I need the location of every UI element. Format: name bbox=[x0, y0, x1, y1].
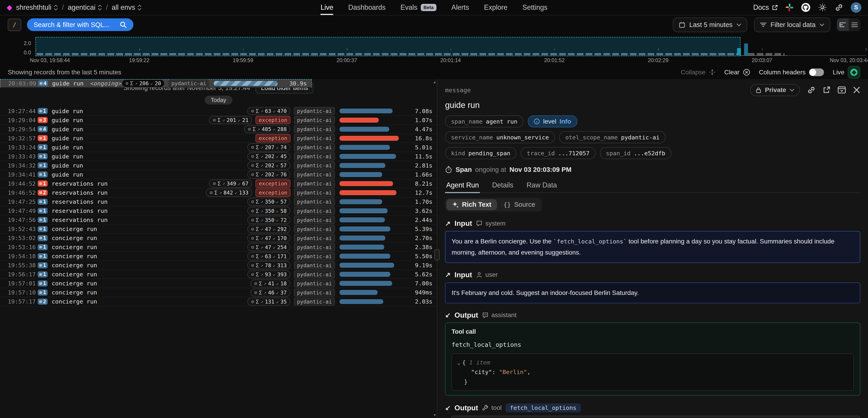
token-usage-pill[interactable]: ⊘Σ ↗207 ↙74 bbox=[247, 143, 290, 151]
column-headers-toggle[interactable] bbox=[809, 68, 824, 76]
token-usage-pill[interactable]: ⊘Σ ↗202 ↙57 bbox=[247, 162, 290, 170]
record-row[interactable]: 19:29:04 ⊞3 guide run ⊘Σ ↗201 ↙21 except… bbox=[0, 116, 437, 125]
scope-pill[interactable]: pydantic-ai bbox=[294, 288, 335, 297]
scope-pill[interactable]: pydantic-ai bbox=[294, 271, 335, 279]
tree-view-button[interactable] bbox=[837, 19, 848, 31]
breadcrumb-item[interactable]: all envs bbox=[112, 3, 142, 11]
record-row[interactable]: 19:57:17 ⊞2 concierge run ⊘Σ ↗131 ↙35 py… bbox=[0, 297, 437, 306]
attribute-pill-kind[interactable]: kindpending_span bbox=[445, 147, 516, 159]
record-row[interactable]: 20:03:09 ⊞4 guide run <ongoing> ⊘Σ ↗206 … bbox=[0, 79, 312, 88]
record-row[interactable]: 19:52:43 ⊞1 concierge run ⊘Σ ↗47 ↙292 py… bbox=[0, 224, 437, 234]
tool-args-json[interactable]: ⌄{ 1 item "city": "Berlin", } bbox=[452, 353, 854, 391]
scope-pill[interactable]: pydantic-ai bbox=[294, 188, 335, 197]
token-usage-pill[interactable]: ⊘Σ ↗350 ↙72 bbox=[247, 216, 290, 224]
user-avatar[interactable]: S bbox=[851, 2, 861, 13]
scope-pill[interactable]: pydantic-ai bbox=[294, 261, 335, 269]
scope-pill[interactable]: pydantic-ai bbox=[294, 179, 335, 188]
record-row[interactable]: 19:44:52 ⊞1 reservations run ⊘Σ ↗349 ↙67… bbox=[0, 179, 437, 188]
breadcrumb-item[interactable]: agenticai bbox=[68, 3, 102, 11]
nav-item-evals[interactable]: EvalsBeta bbox=[401, 0, 436, 15]
nav-item-settings[interactable]: Settings bbox=[522, 0, 547, 15]
tool-name-badge[interactable]: fetch_local_options bbox=[505, 404, 581, 413]
scope-pill[interactable]: pydantic-ai bbox=[294, 125, 335, 133]
link-icon[interactable] bbox=[835, 3, 843, 12]
scope-pill[interactable]: pydantic-ai bbox=[294, 170, 335, 179]
token-usage-pill[interactable]: ⊘Σ ↗63 ↙470 bbox=[247, 107, 290, 115]
record-row[interactable]: 19:47:56 ⊞1 reservations run ⊘Σ ↗350 ↙72… bbox=[0, 216, 437, 224]
search-button[interactable]: Search & filter with SQL... bbox=[27, 19, 133, 31]
token-usage-pill[interactable]: ⊘Σ ↗202 ↙45 bbox=[247, 152, 290, 161]
scope-pill[interactable]: pydantic-ai bbox=[294, 234, 335, 242]
attribute-pill-span_id[interactable]: span_id...e52dfb bbox=[600, 147, 671, 159]
record-row[interactable]: 19:33:43 ⊞1 guide run ⊘Σ ↗202 ↙45 pydant… bbox=[0, 152, 437, 161]
record-row[interactable]: 19:54:18 ⊞1 concierge run ⊘Σ ↗63 ↙171 py… bbox=[0, 252, 437, 261]
scope-pill[interactable]: pydantic-ai bbox=[294, 252, 335, 260]
record-row[interactable]: 19:32:57 ⊞1 guide run exception pydantic… bbox=[0, 134, 437, 143]
record-row[interactable]: 19:34:41 ⊞1 guide run ⊘Σ ↗202 ↙76 pydant… bbox=[0, 170, 437, 179]
exception-pill[interactable]: exception bbox=[255, 116, 290, 124]
list-view-button[interactable] bbox=[849, 19, 860, 31]
scope-pill[interactable]: pydantic-ai bbox=[294, 116, 335, 124]
attribute-pill-span_name[interactable]: span_nameagent run bbox=[445, 115, 523, 128]
scope-pill[interactable]: pydantic-ai bbox=[168, 79, 210, 88]
record-row[interactable]: 19:57:01 ⊞1 concierge run ⊘Σ ↗41 ↙18 pyd… bbox=[0, 279, 437, 288]
record-row[interactable]: 19:46:52 ⊞2 reservations run ⊘Σ ↗842 ↙13… bbox=[0, 188, 437, 198]
record-row[interactable]: 19:55:38 ⊞1 concierge run ⊘Σ ↗78 ↙313 py… bbox=[0, 261, 437, 270]
slack-icon[interactable] bbox=[786, 4, 793, 11]
slash-shortcut-key[interactable]: / bbox=[8, 19, 21, 31]
scope-pill[interactable]: pydantic-ai bbox=[294, 198, 335, 206]
token-usage-pill[interactable]: ⊘Σ ↗206 ↙20 bbox=[122, 79, 165, 88]
histogram-plot-area[interactable] bbox=[35, 37, 866, 56]
github-icon[interactable] bbox=[801, 3, 810, 12]
close-icon[interactable] bbox=[853, 86, 860, 94]
dock-panel-icon[interactable] bbox=[838, 86, 846, 94]
pane-resize-handle[interactable] bbox=[434, 249, 440, 260]
exception-pill[interactable]: exception bbox=[255, 179, 290, 188]
scope-pill[interactable]: pydantic-ai bbox=[294, 279, 335, 288]
filter-dropdown[interactable]: Filter local data bbox=[754, 18, 831, 32]
scroll-up-icon[interactable]: ▲ bbox=[433, 80, 436, 84]
scope-pill[interactable]: pydantic-ai bbox=[294, 216, 335, 224]
scope-pill[interactable]: pydantic-ai bbox=[294, 225, 335, 233]
live-indicator-button[interactable] bbox=[848, 66, 860, 78]
token-usage-pill[interactable]: ⊘Σ ↗350 ↙58 bbox=[247, 207, 290, 215]
token-usage-pill[interactable]: ⊘Σ ↗63 ↙171 bbox=[247, 252, 290, 260]
time-range-dropdown[interactable]: Last 5 minutes bbox=[673, 18, 747, 32]
collapse-button[interactable]: Collapse bbox=[681, 69, 715, 76]
scope-pill[interactable]: pydantic-ai bbox=[294, 107, 335, 115]
record-row[interactable]: 19:47:49 ⊞1 reservations run ⊘Σ ↗350 ↙58… bbox=[0, 207, 437, 216]
breadcrumb-item[interactable]: shreshthtuli bbox=[16, 3, 58, 11]
scope-pill[interactable]: pydantic-ai bbox=[294, 298, 335, 306]
user-message-card[interactable]: It's February and cold. Suggest an indoo… bbox=[445, 282, 860, 303]
nav-item-dashboards[interactable]: Dashboards bbox=[348, 0, 385, 15]
scroll-down-icon[interactable]: ▼ bbox=[433, 413, 436, 417]
record-row[interactable]: 19:27:44 ⊞1 guide run ⊘Σ ↗63 ↙470 pydant… bbox=[0, 107, 437, 116]
token-usage-pill[interactable]: ⊘Σ ↗78 ↙313 bbox=[247, 261, 290, 269]
scope-pill[interactable]: pydantic-ai bbox=[294, 162, 335, 170]
token-usage-pill[interactable]: ⊘Σ ↗350 ↙57 bbox=[247, 198, 290, 206]
record-row[interactable]: 19:56:17 ⊞1 concierge run ⊘Σ ↗93 ↙393 py… bbox=[0, 270, 437, 279]
token-usage-pill[interactable]: ⊘Σ ↗842 ↙133 bbox=[206, 188, 252, 197]
attribute-pill-service_name[interactable]: service_nameunknown_service bbox=[445, 131, 555, 143]
system-message-card[interactable]: You are a Berlin concierge. Use the `fet… bbox=[445, 231, 860, 263]
theme-toggle-icon[interactable] bbox=[818, 3, 827, 12]
tool-response-card[interactable]: Tool response ⌄{ 2 items ⌄"events": [ 3 … bbox=[451, 416, 860, 418]
tab-details[interactable]: Details bbox=[491, 179, 515, 193]
attribute-pill-trace_id[interactable]: trace_id...712057 bbox=[521, 147, 596, 159]
scope-pill[interactable]: pydantic-ai bbox=[294, 243, 335, 251]
token-usage-pill[interactable]: ⊘Σ ↗41 ↙18 bbox=[251, 279, 290, 288]
open-in-new-icon[interactable] bbox=[823, 86, 830, 94]
record-row[interactable]: 19:57:10 ⊞1 concierge run ⊘Σ ↗46 ↙37 pyd… bbox=[0, 288, 437, 297]
record-row[interactable]: 19:34:32 ⊞1 guide run ⊘Σ ↗202 ↙57 pydant… bbox=[0, 161, 437, 170]
segment-source[interactable]: {}Source bbox=[498, 199, 540, 210]
privacy-dropdown[interactable]: Private bbox=[750, 84, 800, 96]
token-usage-pill[interactable]: ⊘Σ ↗349 ↙67 bbox=[209, 179, 252, 188]
copy-link-icon[interactable] bbox=[807, 86, 815, 94]
token-usage-pill[interactable]: ⊘Σ ↗485 ↙288 bbox=[244, 125, 290, 133]
token-usage-pill[interactable]: ⊘Σ ↗131 ↙35 bbox=[247, 298, 290, 306]
token-usage-pill[interactable]: ⊘Σ ↗46 ↙37 bbox=[251, 288, 290, 297]
record-row[interactable]: 19:47:25 ⊞1 reservations run ⊘Σ ↗350 ↙57… bbox=[0, 198, 437, 207]
exception-pill[interactable]: exception bbox=[255, 134, 290, 142]
scope-pill[interactable]: pydantic-ai bbox=[294, 143, 335, 151]
logfire-logo-icon[interactable]: ◆ bbox=[7, 4, 12, 11]
